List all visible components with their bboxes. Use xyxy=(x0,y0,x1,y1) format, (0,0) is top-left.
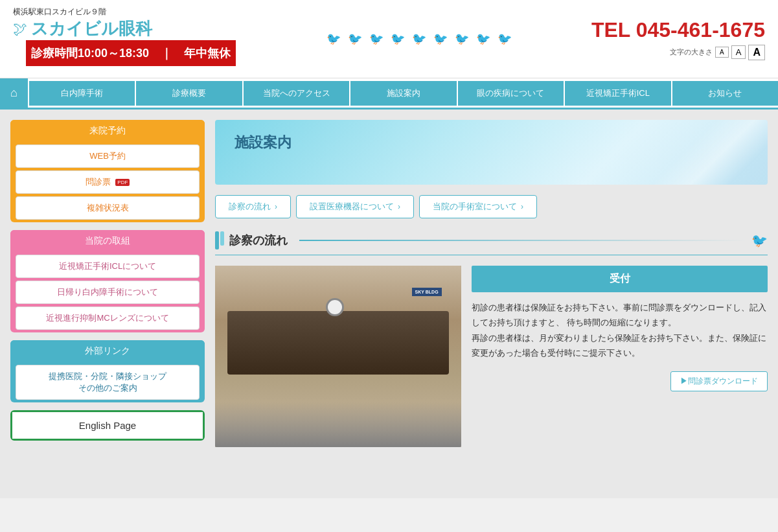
desk-shadow xyxy=(215,402,461,447)
sub-nav-equipment[interactable]: 設置医療機器について › xyxy=(296,195,414,218)
header-right: TEL 045-461-1675 文字の大きさ A A A xyxy=(591,18,765,60)
photo-placeholder: SKY BLDG xyxy=(215,266,461,447)
header: 横浜駅東口スカイビル９階 🕊 スカイビル眼科 診療時間10:00～18:30 ｜… xyxy=(0,0,778,78)
questionnaire-download-button[interactable]: ▶問診票ダウンロード xyxy=(670,371,768,391)
clinic-address: 横浜駅東口スカイビル９階 xyxy=(13,6,249,17)
sidebar-initiatives-section: 当院の取組 近視矯正手術ICLについて 日帰り白内障手術について 近視進行抑制M… xyxy=(10,230,205,332)
nav-item-access[interactable]: 当院へのアクセス xyxy=(244,81,349,106)
home-icon: ⌂ xyxy=(10,86,17,100)
sub-navigation: 診察の流れ › 設置医療機器について › 当院の手術室について › xyxy=(215,195,768,218)
sidebar-links-title: 外部リンク xyxy=(10,340,205,362)
logo-bird-icon: 🕊 xyxy=(13,21,27,38)
section-title: 診察の流れ xyxy=(229,233,288,248)
page-banner: 施設案内 xyxy=(215,120,768,185)
section-bar-1 xyxy=(215,231,219,249)
font-size-controls: 文字の大きさ A A A xyxy=(591,45,765,60)
nav-item-icl[interactable]: 近視矯正手術ICL xyxy=(565,81,670,106)
nav-item-news[interactable]: お知らせ xyxy=(672,81,778,106)
reception-desk-illustration: SKY BLDG xyxy=(215,266,461,447)
sub-nav-equipment-label: 設置医療機器について xyxy=(310,201,394,213)
font-size-large-button[interactable]: A xyxy=(748,45,765,60)
sub-nav-flow-label: 診察の流れ xyxy=(229,201,271,213)
sky-building-sign: SKY BLDG xyxy=(412,288,442,296)
english-page-button[interactable]: English Page xyxy=(12,412,203,439)
reception-text: 初診の患者様は保険証をお持ち下さい。事前に問診票をダウンロードし、記入してお持ち… xyxy=(472,303,766,358)
sub-nav-surgery-label: 当院の手術室について xyxy=(433,201,517,213)
nav-home-button[interactable]: ⌂ xyxy=(0,78,28,108)
english-page-section: English Page xyxy=(10,410,205,441)
desk-surface xyxy=(227,311,449,375)
sub-nav-arrow-3: › xyxy=(521,202,523,211)
nav-item-eye-diseases[interactable]: 眼の疾病について xyxy=(458,81,564,106)
main-content: 来院予約 WEB予約 問診票 PDF 複雑状況表 当院の取組 近視矯正手術ICL… xyxy=(0,110,778,498)
reception-description: 初診の患者様は保険証をお持ち下さい。事前に問診票をダウンロードし、記入してお持ち… xyxy=(472,300,768,361)
section-bars xyxy=(215,231,224,249)
section-bird-icon: 🐦 xyxy=(751,233,768,248)
reception-info: 受付 初診の患者様は保険証をお持ち下さい。事前に問診票をダウンロードし、記入して… xyxy=(472,266,768,447)
myopia-button[interactable]: 近視進行抑制MCレンズについて xyxy=(16,306,200,330)
logo-text: スカイビル眼科 xyxy=(31,17,152,40)
clinic-logo: 🕊 スカイビル眼科 xyxy=(13,17,249,40)
content-block: SKY BLDG 受付 初診の患者様は保険証をお持ち下さい。事前に問診票をダウン… xyxy=(215,266,768,447)
sidebar-reservation-section: 来院予約 WEB予約 問診票 PDF 複雑状況表 xyxy=(10,120,205,222)
section-heading-line xyxy=(299,240,746,241)
font-size-small-button[interactable]: A xyxy=(715,47,729,58)
page-banner-title: 施設案内 xyxy=(235,133,292,152)
icl-button[interactable]: 近視矯正手術ICLについて xyxy=(16,255,200,278)
partner-hospitals-button[interactable]: 提携医院・分院・隣接ショップ その他のご案内 xyxy=(16,365,200,400)
pdf-icon: PDF xyxy=(115,179,130,186)
hours-bar: 診療時間10:00～18:30 ｜ 年中無休 xyxy=(26,40,236,66)
clinic-info-block: 横浜駅東口スカイビル９階 🕊 スカイビル眼科 診療時間10:00～18:30 ｜… xyxy=(13,6,249,71)
cataract-button[interactable]: 日帰り白内障手術について xyxy=(16,281,200,304)
banner-decoration xyxy=(638,120,768,185)
navigation-bar: ⌂ 白内障手術 診療概要 当院へのアクセス 施設案内 眼の疾病について 近視矯正… xyxy=(0,78,778,110)
sub-nav-flow[interactable]: 診察の流れ › xyxy=(215,195,291,218)
font-size-label: 文字の大きさ xyxy=(670,47,713,57)
sub-nav-arrow-2: › xyxy=(398,202,400,211)
header-left: 横浜駅東口スカイビル９階 🕊 スカイビル眼科 診療時間10:00～18:30 ｜… xyxy=(13,6,249,71)
section-bar-2 xyxy=(220,231,224,246)
tel-label: TEL xyxy=(591,18,630,41)
sidebar-links-section: 外部リンク 提携医院・分院・隣接ショップ その他のご案内 xyxy=(10,340,205,402)
nav-item-outpatient[interactable]: 診療概要 xyxy=(136,81,242,106)
questionnaire-button[interactable]: 問診票 PDF xyxy=(16,170,200,194)
font-size-medium-button[interactable]: A xyxy=(731,45,746,59)
crowded-status-button[interactable]: 複雑状況表 xyxy=(16,196,200,220)
nav-item-cataract[interactable]: 白内障手術 xyxy=(29,81,135,106)
section-heading: 診察の流れ 🐦 xyxy=(215,231,768,255)
reception-photo: SKY BLDG xyxy=(215,266,461,447)
partner-label: 提携医院・分院・隣接ショップ その他のご案内 xyxy=(49,371,166,393)
sub-nav-surgery-room[interactable]: 当院の手術室について › xyxy=(419,195,537,218)
sidebar-initiatives-title: 当院の取組 xyxy=(10,230,205,252)
web-reservation-button[interactable]: WEB予約 xyxy=(16,145,200,168)
nav-item-facilities[interactable]: 施設案内 xyxy=(350,81,456,106)
reception-title: 受付 xyxy=(472,266,768,292)
birds-decoration: 🐦 🐦 🐦 🐦 🐦 🐦 🐦 🐦 🐦 xyxy=(326,32,514,46)
sidebar: 来院予約 WEB予約 問診票 PDF 複雑状況表 当院の取組 近視矯正手術ICL… xyxy=(10,120,205,488)
tel-number: TEL 045-461-1675 xyxy=(591,18,765,42)
content-area: 施設案内 診察の流れ › 設置医療機器について › 当院の手術室について › xyxy=(215,120,768,488)
questionnaire-label: 問診票 xyxy=(86,177,111,187)
sidebar-reservation-title: 来院予約 xyxy=(10,120,205,142)
sub-nav-arrow-1: › xyxy=(275,202,277,211)
header-center-birds: 🐦 🐦 🐦 🐦 🐦 🐦 🐦 🐦 🐦 xyxy=(326,32,514,46)
